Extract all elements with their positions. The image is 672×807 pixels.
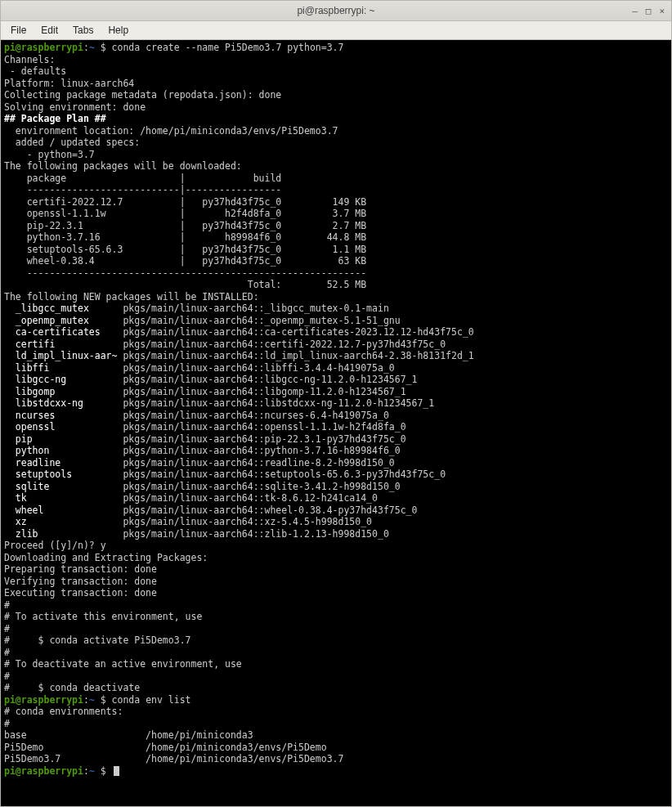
minimize-button[interactable]: – xyxy=(630,6,639,16)
menu-tabs[interactable]: Tabs xyxy=(66,23,100,38)
terminal-output[interactable]: pi@raspberrypi:~ $ conda create --name P… xyxy=(1,40,671,806)
window-controls: – □ × xyxy=(630,1,666,20)
cursor xyxy=(114,766,119,776)
menubar: File Edit Tabs Help xyxy=(1,21,671,40)
menu-file[interactable]: File xyxy=(4,23,33,38)
terminal-window: pi@raspberrypi: ~ – □ × File Edit Tabs H… xyxy=(0,0,672,807)
close-button[interactable]: × xyxy=(657,6,666,16)
maximize-button[interactable]: □ xyxy=(644,6,653,16)
menu-help[interactable]: Help xyxy=(101,23,135,38)
titlebar: pi@raspberrypi: ~ – □ × xyxy=(1,1,671,21)
menu-edit[interactable]: Edit xyxy=(34,23,65,38)
window-title: pi@raspberrypi: ~ xyxy=(1,5,671,16)
